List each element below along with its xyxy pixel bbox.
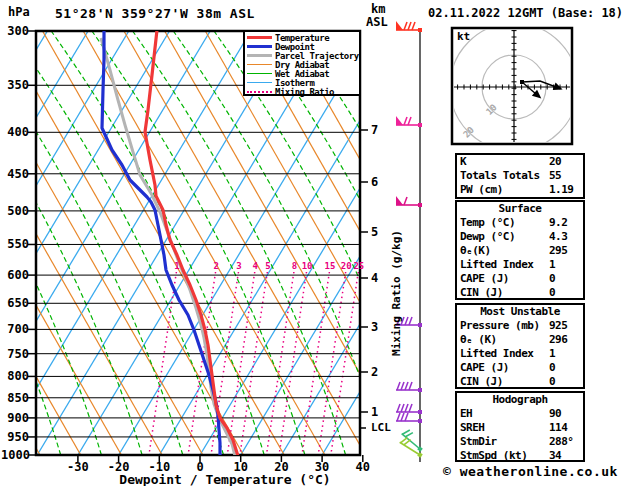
table-row-value: 296 [549, 333, 583, 347]
table-row-value: 55 [549, 169, 583, 183]
table-row-label: SREH [460, 421, 549, 435]
mixing-ratio-line [266, 272, 293, 455]
mixing-ratio-value-label: 4 [253, 261, 258, 271]
most-unstable-table: Most UnstablePressure (mb)925θₑ (K)296Li… [455, 303, 585, 389]
km-tick-label: 7 [371, 123, 378, 137]
wet-adiabat-line [621, 31, 629, 455]
wet-adiabat-line [580, 31, 629, 455]
temp-tick-label: -10 [142, 460, 176, 474]
mixing-ratio-axis-title: Mixing Ratio (g/kg) [390, 230, 403, 356]
dewpoint-legend-swatch [247, 45, 272, 48]
pressure-axis-unit: hPa [8, 5, 30, 19]
mixing-ratio-line [318, 272, 345, 455]
mixing-ratio-line [149, 272, 176, 455]
table-row-label: Lifted Index [460, 347, 549, 361]
wind-barb [396, 382, 422, 392]
table-row-label: Pressure (mb) [460, 319, 549, 333]
table-row: CIN (J)0 [457, 286, 583, 300]
wet-adiabat-legend-swatch [247, 73, 272, 75]
pressure-tick-label: 450 [1, 167, 29, 181]
table-row: Lifted Index1 [457, 347, 583, 361]
hodograph-unit-label: kt [457, 30, 470, 43]
table-row-value: 295 [549, 244, 583, 258]
table-row: Dewp (°C)4.3 [457, 230, 583, 244]
table-header: Surface [457, 202, 583, 216]
table-row-label: CIN (J) [460, 375, 549, 389]
table-row-value: 1 [549, 347, 583, 361]
temp-tick-label: 10 [224, 460, 258, 474]
skewt-sounding-page: { "header": { "station_title": "51°28'N … [0, 0, 629, 486]
table-row: Lifted Index1 [457, 258, 583, 272]
table-row-label: Lifted Index [460, 258, 549, 272]
table-row: Totals Totals55 [457, 169, 583, 183]
altitude-axis-unit-asl: ASL [366, 15, 388, 29]
table-row: StmSpd (kt)34 [457, 449, 583, 463]
surface-table: SurfaceTemp (°C)9.2Dewp (°C)4.3θₑ(K)295L… [455, 200, 585, 300]
table-row-label: CIN (J) [460, 286, 549, 300]
wind-barb [399, 435, 426, 457]
km-tick-label: 2 [371, 365, 378, 379]
pressure-tick-label: 350 [1, 78, 29, 92]
mixing-ratio-value-label: 20 [341, 261, 352, 271]
km-tick-label: 1 [371, 405, 378, 419]
table-row-label: K [460, 155, 549, 169]
wind-barb [396, 404, 422, 414]
pressure-tick-label: 900 [1, 411, 29, 425]
table-row-value: 0 [549, 361, 583, 375]
table-row: SREH114 [457, 421, 583, 435]
table-row-label: CAPE (J) [460, 272, 549, 286]
table-row: EH90 [457, 407, 583, 421]
table-row-label: θₑ(K) [460, 244, 549, 258]
table-row-value: 1 [549, 258, 583, 272]
km-tick-label: 4 [371, 271, 378, 285]
temp-tick-label: 40 [346, 460, 380, 474]
temp-tick-label: 0 [183, 460, 217, 474]
indices-table: K20Totals Totals55PW (cm)1.19 [455, 153, 585, 199]
table-row: CIN (J)0 [457, 375, 583, 389]
km-tick-label: 6 [371, 175, 378, 189]
pressure-tick-label: 550 [1, 237, 29, 251]
table-row-label: PW (cm) [460, 183, 549, 197]
dry-adiabat-line [612, 31, 629, 455]
table-header: Hodograph [457, 393, 583, 407]
pressure-tick-label: 600 [1, 268, 29, 282]
table-header: Most Unstable [457, 305, 583, 319]
pressure-tick-label: 750 [1, 347, 29, 361]
dry-adiabat-line [2, 31, 244, 455]
km-tick-label: 5 [371, 225, 378, 239]
table-row-label: Temp (°C) [460, 216, 549, 230]
mixing-ratio-value-label: 5 [265, 261, 270, 271]
legend-box: TemperatureDewpointParcel TrajectoryDry … [243, 30, 361, 96]
mixing-ratio-value-label: 10 [302, 261, 313, 271]
parcel-trajectory-legend-swatch [247, 54, 272, 57]
pressure-tick-label: 700 [1, 322, 29, 336]
temp-tick-label: -20 [102, 460, 136, 474]
temp-tick-label: 20 [264, 460, 298, 474]
table-row-value: 0 [549, 272, 583, 286]
table-row-value: 114 [549, 421, 583, 435]
table-row: θₑ (K)296 [457, 333, 583, 347]
isotherm-legend-swatch [247, 82, 272, 84]
table-row-value: 34 [549, 449, 583, 463]
legend-item-label: Mixing Ratio [275, 87, 334, 97]
table-row-label: EH [460, 407, 549, 421]
altitude-axis-unit-km: km [371, 2, 385, 16]
table-row-label: θₑ (K) [460, 333, 549, 347]
table-row-label: Totals Totals [460, 169, 549, 183]
mixing-ratio-value-label: 25 [353, 261, 364, 271]
wind-barb [396, 21, 422, 32]
table-row: StmDir288° [457, 435, 583, 449]
table-row-value: 925 [549, 319, 583, 333]
table-row-value: 0 [549, 375, 583, 389]
wind-barb [396, 116, 422, 127]
mixing-ratio-line [240, 272, 267, 455]
mixing-ratio-value-label: 15 [325, 261, 336, 271]
km-tick-label: 3 [371, 320, 378, 334]
dry-adiabat-legend-swatch [247, 64, 272, 66]
table-row-label: StmDir [460, 435, 549, 449]
temperature-legend-swatch [247, 36, 272, 39]
pressure-tick-label: 950 [1, 430, 29, 444]
pressure-tick-label: 400 [1, 125, 29, 139]
table-row-label: StmSpd (kt) [460, 449, 549, 463]
table-row: CAPE (J)0 [457, 272, 583, 286]
